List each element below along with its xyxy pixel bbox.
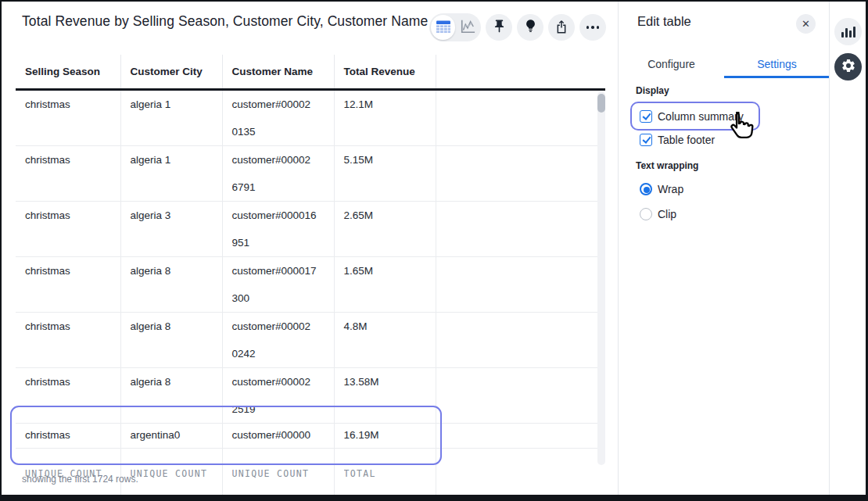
close-icon: ✕ — [802, 18, 810, 30]
summary-label: UNIQUE COUNT — [232, 460, 325, 488]
app-window: Total Revenue by Selling Season, Custome… — [0, 0, 868, 501]
explore-button[interactable] — [517, 14, 543, 41]
cell-empty[interactable] — [436, 312, 605, 367]
share-button[interactable] — [548, 14, 575, 41]
panel-tabs: Configure Settings — [619, 50, 830, 78]
cell[interactable]: customer#000017 300 — [222, 256, 334, 312]
summary-label: UNIQUE COUNT — [131, 460, 213, 488]
table-row: christmas algeria 8 customer#00002 2519 … — [16, 367, 605, 423]
table-row: christmas algeria 1 customer#00002 6791 … — [16, 145, 605, 201]
table-row: christmas argentina0 customer#00000 16.1… — [16, 423, 605, 448]
column-summary-option[interactable]: Column summary — [640, 110, 744, 123]
clip-radio[interactable] — [640, 208, 652, 220]
cell[interactable]: customer#00002 6791 — [222, 145, 334, 201]
panel-title: Edit table — [637, 14, 691, 29]
cell[interactable]: argentina0 — [120, 423, 222, 448]
cell[interactable]: 5.15M — [334, 145, 436, 201]
pin-button[interactable] — [486, 14, 512, 41]
cell[interactable]: customer#00002 0242 — [222, 312, 334, 367]
table-pane: Total Revenue by Selling Season, Custome… — [2, 2, 618, 495]
cell-empty[interactable] — [436, 423, 605, 448]
option-label: Wrap — [658, 183, 683, 195]
cell[interactable]: christmas — [16, 145, 120, 201]
table-icon — [436, 20, 451, 36]
option-label: Column summary — [658, 110, 744, 123]
data-table: Selling Season Customer City Customer Na… — [16, 55, 605, 501]
cell[interactable]: christmas — [16, 423, 120, 448]
chart-view-button[interactable] — [455, 15, 479, 40]
cell[interactable]: christmas — [16, 312, 120, 367]
clip-option[interactable]: Clip — [640, 208, 676, 220]
cell-empty[interactable] — [436, 89, 605, 145]
bar-chart-icon — [841, 27, 855, 38]
column-summary-checkbox[interactable] — [640, 110, 652, 123]
cell[interactable]: customer#000016 951 — [222, 201, 334, 256]
cell[interactable]: customer#00000 — [222, 423, 334, 448]
cell[interactable]: customer#00002 2519 — [222, 367, 334, 423]
tab-settings[interactable]: Settings — [724, 50, 830, 78]
ellipsis-icon — [586, 26, 600, 29]
summary-cell[interactable]: UNIQUE COUNT 1.18K — [222, 448, 334, 501]
cell[interactable]: algeria 1 — [120, 145, 222, 201]
column-header-empty[interactable] — [436, 55, 605, 89]
cell[interactable]: christmas — [16, 201, 120, 256]
cell-empty[interactable] — [436, 201, 605, 256]
tab-configure[interactable]: Configure — [619, 50, 724, 78]
cell[interactable]: 16.19M — [334, 423, 436, 448]
display-section-label: Display — [636, 85, 669, 96]
cell[interactable]: 13.58M — [334, 367, 436, 423]
cell[interactable]: christmas — [16, 367, 120, 423]
line-chart-icon — [459, 19, 476, 37]
cell[interactable]: algeria 8 — [120, 256, 222, 312]
cell-empty[interactable] — [436, 367, 605, 423]
option-label: Table footer — [658, 134, 715, 146]
lightbulb-icon — [523, 18, 538, 37]
table-row: christmas algeria 3 customer#000016 951 … — [16, 201, 605, 256]
close-panel-button[interactable]: ✕ — [796, 14, 816, 34]
pushpin-icon — [492, 19, 507, 36]
cell[interactable]: 4.8M — [334, 312, 436, 367]
cell[interactable]: 12.1M — [334, 89, 436, 145]
summary-value: 5 — [16, 496, 109, 501]
cell[interactable]: christmas — [16, 256, 120, 312]
summary-value: 248 — [121, 496, 211, 501]
table-row: christmas algeria 8 customer#00002 0242 … — [16, 312, 605, 367]
cell[interactable]: algeria 8 — [120, 312, 222, 367]
cell[interactable]: algeria 8 — [120, 367, 222, 423]
column-header-customer-name[interactable]: Customer Name — [222, 55, 334, 89]
column-header-customer-city[interactable]: Customer City — [120, 55, 222, 89]
cell[interactable]: christmas — [16, 89, 120, 145]
table-footer-option[interactable]: Table footer — [640, 134, 715, 146]
summary-value: 18.05B — [335, 496, 425, 501]
cell-empty[interactable] — [436, 145, 605, 201]
table-row: christmas algeria 8 customer#000017 300 … — [16, 256, 605, 312]
cell[interactable]: customer#00002 0135 — [222, 89, 334, 145]
column-header-selling-season[interactable]: Selling Season — [16, 55, 120, 89]
summary-value: 1.18K — [223, 496, 323, 501]
cell[interactable]: algeria 3 — [120, 201, 222, 256]
table-footer-checkbox[interactable] — [640, 134, 652, 146]
edit-table-panel: Edit table ✕ Configure Settings Display … — [618, 2, 829, 495]
cell[interactable]: algeria 1 — [120, 89, 222, 145]
element-toolbar — [429, 13, 606, 41]
more-options-button[interactable] — [579, 14, 606, 41]
wrap-radio[interactable] — [640, 183, 652, 195]
text-wrapping-section-label: Text wrapping — [636, 160, 698, 171]
page-title: Total Revenue by Selling Season, Custome… — [22, 13, 428, 30]
chart-panel-button[interactable] — [834, 18, 862, 45]
share-icon — [554, 19, 569, 37]
cell[interactable]: 2.65M — [334, 201, 436, 256]
table-view-button[interactable] — [431, 15, 455, 40]
cell-empty[interactable] — [436, 256, 605, 312]
settings-gear-button[interactable] — [834, 53, 862, 81]
wrap-option[interactable]: Wrap — [640, 183, 683, 195]
side-rail — [829, 2, 866, 495]
summary-cell[interactable]: TOTAL 18.05B — [334, 448, 436, 501]
scrollbar-thumb[interactable] — [597, 94, 605, 113]
summary-cell-empty[interactable] — [436, 448, 605, 501]
column-header-total-revenue[interactable]: Total Revenue — [334, 55, 436, 89]
cell[interactable]: 1.65M — [334, 256, 436, 312]
vertical-scrollbar[interactable] — [597, 91, 605, 465]
table-header-row: Selling Season Customer City Customer Na… — [16, 55, 605, 89]
summary-label: TOTAL — [344, 460, 426, 488]
